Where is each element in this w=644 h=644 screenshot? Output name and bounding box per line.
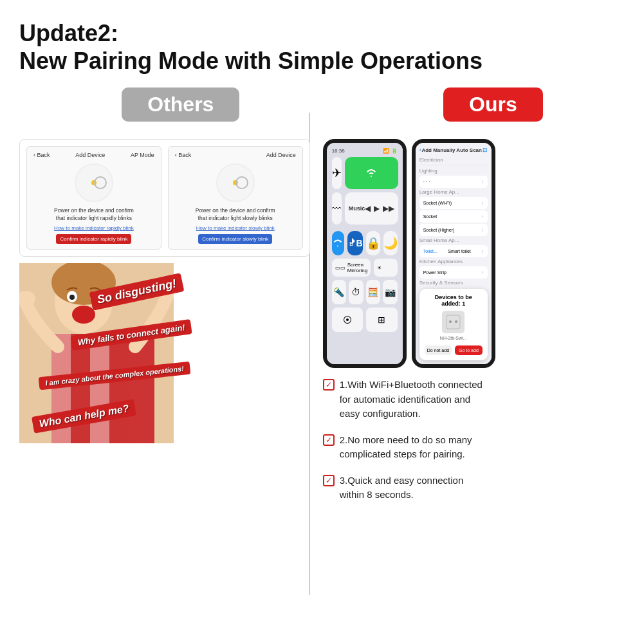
am-chevron-5: ›: [481, 248, 483, 255]
cc-screen-mirror[interactable]: ▭▭ScreenMirroring: [332, 259, 371, 277]
am-socket-higher-item[interactable]: Socket (Higher) ›: [419, 224, 488, 236]
svg-text:B: B: [349, 240, 353, 247]
phone-screen-1: 16:38 📶 🔋 ✈: [327, 143, 403, 364]
am-scan-btn[interactable]: ⊡: [483, 147, 488, 153]
cc-bluetooth-btn[interactable]: B B: [347, 231, 363, 255]
cc-airplane-btn[interactable]: ✈: [332, 157, 342, 189]
step2-text: Power on the device and confirmthat indi…: [174, 207, 297, 223]
device-icon-1: [75, 163, 113, 202]
svg-rect-12: [109, 334, 129, 443]
feature-checkbox-1: ✓: [323, 379, 335, 391]
cc-flashlight-btn[interactable]: 🔦: [332, 280, 347, 304]
features-list: ✓ 1.With WiFi+Bluetooth connectedfor aut…: [323, 378, 625, 502]
step2-nav: ‹ Back Add Device: [174, 152, 297, 158]
am-cat-security: Security & Sensors: [419, 280, 488, 286]
phone-frame-2: ‹ Add Manually Auto Scan ⊡ Electrician L…: [412, 139, 495, 368]
am-cat-electrician: Electrician: [419, 157, 488, 163]
am-divider-1: [419, 165, 488, 165]
svg-rect-11: [90, 334, 109, 443]
am-small-item[interactable]: Toilet...Smart toilet ›: [419, 245, 488, 257]
am-power-strip-item[interactable]: Power Strip ›: [419, 266, 488, 279]
confirm-slowly-btn[interactable]: Confirm indicator slowly blink: [198, 234, 272, 244]
feature-checkbox-2: ✓: [323, 434, 335, 446]
dialog-buttons: Do not add Go to add: [425, 345, 483, 355]
device-power-1: [94, 176, 107, 189]
do-not-add-btn[interactable]: Do not add: [425, 345, 452, 355]
step1-text: Power on the device and confirmthat indi…: [32, 207, 156, 223]
rapid-blink-link[interactable]: How to make indicator rapidly blink: [32, 225, 156, 231]
add-device-dialog: Devices to be added: 1 NH-2tb-Swi...: [419, 289, 488, 360]
cc-calculator-btn[interactable]: 🧮: [366, 280, 381, 304]
cc-top-grid: ✈ 〰 Music: [332, 157, 398, 228]
cc-next-btn[interactable]: ▶▶: [383, 204, 394, 213]
svg-rect-10: [71, 334, 90, 443]
svg-point-17: [449, 320, 452, 323]
cc-waveform-btn[interactable]: 〰: [332, 192, 342, 225]
control-center: 16:38 📶 🔋 ✈: [327, 143, 403, 364]
back-btn-1[interactable]: ‹ Back: [33, 152, 50, 158]
phone-screen-2: ‹ Add Manually Auto Scan ⊡ Electrician L…: [416, 143, 492, 364]
mockup-step-1: ‹ Back Add Device AP Mode Power on the d…: [26, 146, 161, 250]
cc-music-controls[interactable]: ◀ ▶ ▶▶: [365, 204, 394, 213]
cc-camera-btn[interactable]: 📷: [383, 280, 398, 304]
confirm-rapidly-btn[interactable]: Confirm indicator rapidly blink: [56, 234, 131, 244]
left-panel: Others ‹ Back Add Device AP Mode: [19, 87, 310, 514]
am-lighting-item[interactable]: · · · ›: [419, 176, 488, 188]
am-chevron-4: ›: [481, 226, 483, 234]
cc-scan-btn[interactable]: ⦿: [332, 308, 363, 332]
cc-prev-btn[interactable]: ◀: [365, 204, 371, 213]
am-cat-lighting: Lighting: [419, 168, 488, 174]
cc-lock-btn[interactable]: 🔒: [366, 231, 380, 255]
cc-time: 16:38: [332, 148, 345, 154]
cc-wifi-toggle[interactable]: [345, 157, 399, 189]
svg-point-5: [69, 295, 75, 300]
page: Update2: New Pairing Mode with Simple Op…: [0, 0, 644, 644]
am-socket-item[interactable]: Socket ›: [419, 210, 488, 223]
frustration-area: So disgusting! Why fails to connect agai…: [19, 263, 310, 443]
back-btn-2[interactable]: ‹ Back: [175, 152, 192, 158]
mockup-step-2: ‹ Back Add Device Power on the device an…: [168, 146, 303, 250]
add-manually-screen: ‹ Add Manually Auto Scan ⊡ Electrician L…: [416, 143, 492, 364]
phone-frame-1: 16:38 📶 🔋 ✈: [323, 139, 407, 368]
feature-text-3: 3.Quick and easy connectionwithin 8 seco…: [340, 474, 464, 502]
am-chevron-2: ›: [481, 199, 483, 207]
add-device-label-2: Add Device: [266, 152, 296, 158]
cc-screenshot-btn[interactable]: ⊞: [366, 308, 398, 332]
right-panel: Ours 16:38 📶 🔋: [310, 87, 625, 514]
device-power-2: [235, 176, 248, 189]
am-chevron-3: ›: [481, 213, 483, 220]
ours-label: Ours: [443, 87, 543, 122]
dialog-device-icon: [442, 311, 465, 333]
feature-text-1: 1.With WiFi+Bluetooth connectedfor autom…: [340, 378, 483, 421]
app-mockup-left: ‹ Back Add Device AP Mode Power on the d…: [19, 139, 310, 257]
cc-brightness[interactable]: ☀: [374, 259, 397, 277]
cc-timer-btn[interactable]: ⏱: [349, 280, 363, 304]
am-cat-kitchen: Kitchen Appliances: [419, 259, 488, 264]
content-area: Others ‹ Back Add Device AP Mode: [19, 87, 625, 514]
cc-music-widget[interactable]: Music ◀ ▶ ▶▶: [345, 192, 399, 225]
cc-bottom-row: 🔦 ⏱ 🧮 📷: [332, 280, 398, 304]
title-section: Update2: New Pairing Mode with Simple Op…: [19, 19, 625, 75]
phone-screenshots: 16:38 📶 🔋 ✈: [323, 139, 625, 368]
am-title: Add Manually Auto Scan: [421, 147, 482, 153]
svg-point-18: [455, 320, 457, 323]
slow-blink-link[interactable]: How to make indicator slowly blink: [174, 225, 297, 231]
cc-wifi-detail[interactable]: [332, 231, 344, 255]
am-socket-wifi-item[interactable]: Socket (Wi-Fi) ›: [419, 197, 488, 209]
cc-signal: 📶 🔋: [383, 148, 397, 154]
am-back-btn[interactable]: ‹: [419, 147, 421, 153]
cc-music-title: Music: [349, 205, 365, 212]
am-cat-small-home: Small Home Ap...: [419, 237, 488, 243]
others-label: Others: [122, 87, 239, 122]
title-line2: New Pairing Mode with Simple Operations: [19, 47, 625, 75]
title-line1: Update2:: [19, 19, 625, 47]
am-chevron-1: ›: [481, 178, 483, 185]
mockup-steps-row: ‹ Back Add Device AP Mode Power on the d…: [26, 146, 303, 250]
cc-moon-btn[interactable]: 🌙: [383, 231, 398, 255]
am-cat-large-home: Large Home Ap...: [419, 189, 488, 195]
go-to-add-btn[interactable]: Go to add: [455, 345, 483, 355]
svg-point-3: [72, 306, 95, 324]
add-device-label-1: Add Device: [75, 152, 105, 158]
cc-play-btn[interactable]: ▶: [374, 204, 380, 213]
ap-mode-btn[interactable]: AP Mode: [131, 152, 154, 158]
